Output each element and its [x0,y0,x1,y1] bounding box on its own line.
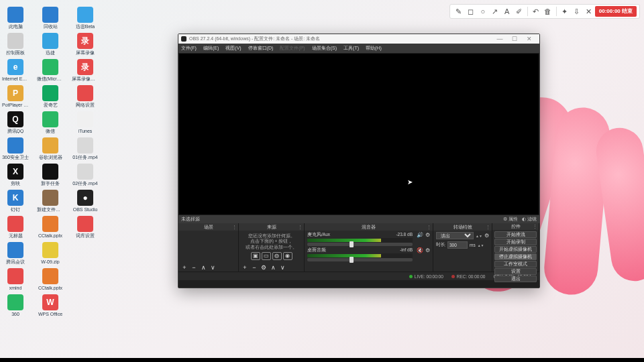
channel-gear-icon[interactable]: ⚙ [425,247,430,253]
menu-item[interactable]: 编辑(E) [203,45,219,52]
speaker-icon[interactable]: 🔊 [417,232,423,238]
desktop-icon[interactable]: 谷歌浏览器 [39,137,62,160]
grip-icon[interactable]: ⋮ [232,225,237,230]
desktop-icon[interactable]: PPotPlayer 64 [4,85,27,107]
source-up-button[interactable]: ∧ [270,264,276,271]
desktop-icon[interactable]: 微信(Microsoft) [39,59,62,81]
close-button[interactable]: ✕ [522,36,537,42]
control-button[interactable]: 设置 [494,268,537,275]
grip-icon[interactable]: ⋮ [427,225,431,230]
source-props-button[interactable]: ⚙ [260,264,267,271]
remove-scene-button[interactable]: − [191,264,197,271]
desktop-icon[interactable]: ●OBS Studio [74,190,97,212]
undo-icon[interactable]: ↶ [530,5,542,17]
icon-label: 词库设置 [76,233,95,238]
desktop-icon[interactable]: 词库设置 [74,216,97,238]
transition-select[interactable]: 淡出 [436,232,474,239]
duration-input[interactable] [447,241,468,249]
mic-icon[interactable]: ⇩ [571,5,583,17]
desktop-icon[interactable]: 录屏幕录像专家 [74,59,97,81]
desktop-icon[interactable]: Q腾讯QQ [4,111,27,133]
volume-slider[interactable] [307,258,413,261]
taskbar[interactable] [0,358,644,362]
menu-item[interactable]: 文件(F) [181,45,197,52]
control-button[interactable]: 开始虚拟摄像机 [494,246,537,253]
controls-panel: 控件⋮ 开始推流开始录制开始虚拟摄像机停止虚拟摄像机工作室模式设置退出 [492,223,539,272]
filters-button[interactable]: ◐ 滤镜 [522,216,537,223]
menu-item[interactable]: 工具(T) [343,45,359,52]
desktop-icon[interactable]: 01任务.mp4 [74,137,97,160]
desktop-icon[interactable]: 回收站 [39,7,62,29]
trans-gear-icon[interactable]: ⚙ [484,233,489,239]
desktop-icon[interactable]: iTunes [74,111,97,133]
record-timer[interactable]: 00:00:00 结束 [595,6,637,17]
circle-icon[interactable]: ○ [477,5,489,17]
desktop-icon[interactable]: 腾讯会议 [4,242,27,264]
camera-icon[interactable]: ✦ [559,5,571,17]
desktop-icon[interactable]: 新建文件夹.jpg [39,190,62,212]
square-icon[interactable]: ◻ [465,5,477,17]
grip-icon[interactable]: ⋮ [298,225,303,230]
pencil-icon[interactable]: ✎ [453,5,465,17]
menu-item[interactable]: 视图(V) [225,45,241,52]
desktop-icon[interactable]: W-09.zip [39,242,62,264]
grip-icon[interactable]: ⋮ [486,225,490,230]
add-scene-button[interactable]: + [181,264,188,271]
desktop-icon[interactable]: 迅雷Beta [74,7,97,29]
app-glyph-icon [42,137,58,154]
control-button[interactable]: 开始录制 [494,239,537,245]
scene-down-button[interactable]: ∨ [209,264,216,271]
desktop-icon[interactable]: 此电脑 [4,7,27,29]
desktop-icon[interactable]: 新手任务 [39,164,62,186]
desktop-icon[interactable]: CCtalk.pptx [39,216,62,238]
control-button[interactable]: 退出 [494,276,537,282]
desktop-icon[interactable]: 02任务.mp4 [74,164,97,186]
add-source-button[interactable]: + [241,264,248,271]
menu-item[interactable]: 停靠窗口(D) [248,45,274,52]
menu-item[interactable]: 场景集合(S) [312,45,337,52]
control-button[interactable]: 停止虚拟摄像机 [494,253,537,260]
control-button[interactable]: 工作室模式 [494,261,537,267]
desktop-icon[interactable]: 微信 [39,111,62,133]
desktop-icon[interactable]: 控制面板 [4,33,27,55]
desktop-icon[interactable]: 爱奇艺 [39,85,62,107]
close-icon[interactable]: ✕ [583,5,595,17]
desktop-icon[interactable]: WWPS Office [39,294,62,316]
window-title: OBS 27.2.4 (64-bit, windows) - 配置文件: 未命名… [189,36,320,42]
obs-window: OBS 27.2.4 (64-bit, windows) - 配置文件: 未命名… [178,34,540,288]
trans-spin[interactable]: ▲▼ [476,234,482,238]
desktop-icon[interactable]: X剪映 [4,164,27,186]
menu-item[interactable]: 帮助(H) [366,45,382,52]
scenes-list[interactable] [178,231,238,263]
desktop-icon[interactable]: xmind [4,268,27,290]
desktop-icon[interactable]: CCtalk.pptx [39,268,62,290]
control-button[interactable]: 开始推流 [494,231,537,238]
titlebar[interactable]: OBS 27.2.4 (64-bit, windows) - 配置文件: 未命名… [178,34,539,44]
text-icon[interactable]: A [501,5,513,17]
app-glyph-icon: W [42,294,58,310]
desktop-icon[interactable]: 迅捷 [39,33,62,55]
desktop-icon[interactable]: K钉钉 [4,190,27,212]
menu-item[interactable]: 配置文件(P) [280,45,305,52]
desktop-icon[interactable]: 360 [4,294,27,316]
scene-up-button[interactable]: ∧ [200,264,207,271]
preview-canvas[interactable]: ➤ [179,54,539,215]
minimize-button[interactable]: — [492,36,507,42]
maximize-button[interactable]: ☐ [507,36,522,42]
remove-source-button[interactable]: − [251,264,258,271]
desktop-icon[interactable]: 360安全卫士 [4,137,27,160]
highlight-icon[interactable]: ✐ [513,5,525,17]
trash-icon[interactable]: 🗑 [542,5,554,17]
desktop-icon[interactable]: 无标题 [4,216,27,238]
channel-gear-icon[interactable]: ⚙ [425,232,430,238]
desktop-icon[interactable]: eInternet Explorer [4,59,27,81]
grip-icon[interactable]: ⋮ [533,224,537,229]
mute-icon[interactable]: 🔇 [417,247,423,253]
volume-slider[interactable] [307,243,413,246]
arrow-icon[interactable]: ↗ [489,5,501,17]
source-down-button[interactable]: ∨ [279,264,286,271]
desktop-icon[interactable]: 网络设置 [74,85,97,107]
dur-spin[interactable]: ▲▼ [478,243,484,247]
properties-button[interactable]: ⚙ 属性 [503,216,518,223]
desktop-icon[interactable]: 录屏幕录像 [74,33,97,55]
